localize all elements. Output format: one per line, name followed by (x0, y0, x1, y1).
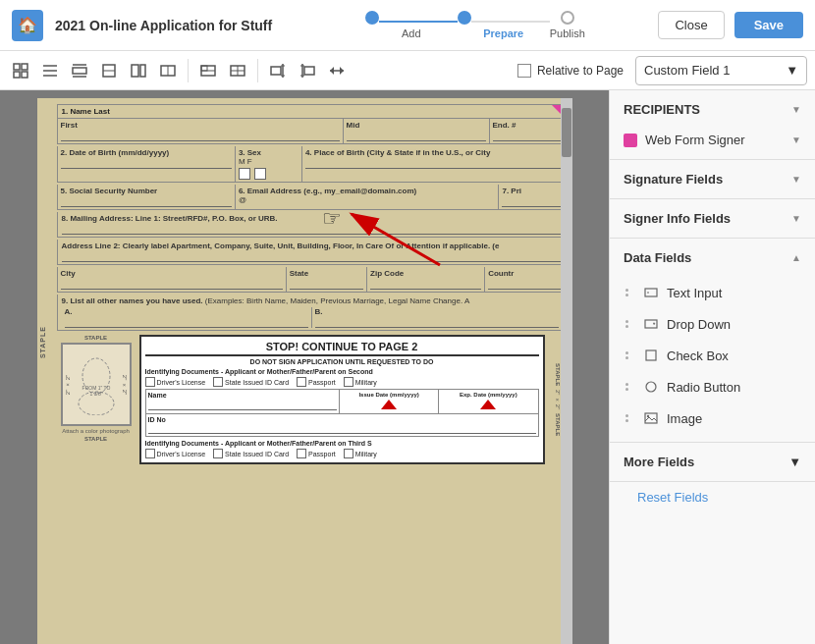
military-check[interactable]: Military (344, 377, 377, 387)
toolbar-icon-2[interactable] (37, 58, 63, 83)
close-button[interactable]: Close (658, 11, 724, 39)
state-id2-check[interactable]: State Issued ID Card (213, 449, 289, 458)
toolbar-icon-11[interactable] (324, 58, 350, 83)
first-input-field[interactable] (61, 130, 340, 141)
step-add[interactable]: Add (365, 11, 458, 39)
field-item-drop-down[interactable]: Drop Down (610, 308, 815, 340)
state-field[interactable] (290, 278, 363, 290)
recipient-item-web-form[interactable]: Web Form Signer ▼ (624, 133, 801, 147)
passport-checkbox[interactable] (297, 377, 306, 387)
at-symbol: @ (239, 195, 496, 204)
passport2-check[interactable]: Passport (297, 449, 336, 458)
address1-field[interactable] (62, 223, 562, 235)
field-item-check-box[interactable]: Check Box (610, 340, 815, 371)
custom-field-dropdown[interactable]: Custom Field 1 ▼ (635, 56, 807, 85)
address2-field[interactable] (62, 250, 562, 262)
toolbar-icon-6[interactable] (155, 58, 181, 83)
recipients-content: Web Form Signer ▼ (610, 129, 815, 159)
military-checkbox[interactable] (344, 377, 353, 387)
step-publish[interactable]: Publish (550, 11, 585, 39)
sex-m-checkbox[interactable] (239, 168, 250, 180)
b-field[interactable] (315, 316, 559, 328)
id-no-field[interactable] (148, 424, 536, 434)
military2-check[interactable]: Military (344, 449, 377, 458)
header-actions: Close Save (658, 11, 803, 39)
field-item-radio-button[interactable]: Radio Button (610, 371, 815, 402)
relative-to-page[interactable]: Relative to Page (517, 64, 624, 78)
document-area[interactable]: STAPLE STAPLE 1. Name Last First Mid (0, 90, 609, 644)
recipients-header[interactable]: RECIPIENTS ▼ (610, 90, 815, 129)
step-add-label: Add (402, 27, 421, 39)
passport2-checkbox[interactable] (297, 449, 306, 458)
middle-input-field[interactable] (347, 130, 486, 141)
svg-marker-32 (330, 67, 334, 75)
state-label: State (290, 269, 363, 278)
staple-left-label: STAPLE (84, 335, 107, 341)
svg-rect-26 (304, 67, 314, 75)
section6-label: 6. Email Address (e.g., my_email@domain.… (239, 187, 496, 195)
more-fields-header[interactable]: More Fields ▼ (610, 443, 815, 481)
drivers-license2-check[interactable]: Driver's License (145, 449, 206, 458)
toolbar-icon-10[interactable] (295, 58, 320, 83)
reset-fields-container: Reset Fields (610, 482, 815, 512)
drivers-license-check[interactable]: Driver's License (145, 377, 206, 387)
step-prepare-dot (458, 11, 471, 25)
svg-rect-13 (140, 65, 145, 77)
custom-field-label: Custom Field 1 (644, 63, 730, 78)
svg-rect-12 (132, 65, 138, 77)
dl-checkbox[interactable] (145, 377, 155, 387)
field-item-image[interactable]: Image (610, 402, 815, 434)
sex-f-checkbox[interactable] (254, 168, 266, 180)
section5-label: 5. Social Security Number (61, 187, 232, 195)
image-handle (625, 414, 635, 422)
signer-info-fields-chevron: ▼ (791, 213, 801, 224)
svg-rect-41 (645, 320, 657, 328)
toolbar-icon-5[interactable] (126, 58, 151, 83)
home-button[interactable]: 🏠 (12, 10, 43, 41)
state-id-checkbox[interactable] (213, 377, 223, 387)
military2-checkbox[interactable] (344, 449, 353, 458)
step-line-add-prepare (379, 21, 458, 23)
data-fields-header[interactable]: Data Fields ▲ (610, 239, 815, 277)
pri-field[interactable] (502, 195, 562, 207)
ssn-field[interactable] (61, 195, 232, 207)
more-fields-chevron: ▼ (788, 455, 801, 469)
state-id2-checkbox[interactable] (213, 449, 223, 458)
toolbar-icon-4[interactable] (96, 58, 122, 83)
image-icon (643, 410, 659, 426)
city-field[interactable] (61, 278, 283, 290)
toolbar-icon-7[interactable] (195, 58, 221, 83)
zip-field[interactable] (370, 278, 481, 290)
pob-field[interactable] (305, 157, 563, 169)
state-id-check[interactable]: State Issued ID Card (213, 377, 289, 387)
signer-info-fields-header[interactable]: Signer Info Fields ▼ (610, 199, 815, 238)
svg-rect-22 (271, 67, 281, 75)
exp-date-label: Exp. Date (mm/yyyy) (441, 392, 535, 398)
data-fields-section: Data Fields ▲ Text Input (610, 239, 815, 443)
a-field[interactable] (65, 316, 308, 328)
relative-to-page-checkbox[interactable] (517, 64, 531, 78)
country-label: Countr (488, 269, 562, 278)
end-input-field[interactable] (493, 130, 563, 141)
dob-field[interactable] (61, 157, 232, 169)
section7-label: 7. Pri (502, 187, 562, 195)
passport-check[interactable]: Passport (297, 377, 336, 387)
reset-fields-link[interactable]: Reset Fields (624, 486, 722, 509)
field-item-text-input[interactable]: Text Input (610, 277, 815, 308)
header: 🏠 2021 On-line Application for Stuff Add… (0, 0, 815, 51)
save-button[interactable]: Save (734, 12, 803, 38)
toolbar-icon-9[interactable] (265, 58, 291, 83)
signature-fields-header[interactable]: Signature Fields ▼ (610, 160, 815, 198)
custom-field-dropdown-arrow: ▼ (786, 63, 798, 78)
toolbar-icon-8[interactable] (225, 58, 250, 83)
svg-rect-44 (645, 413, 657, 423)
toolbar-icon-3[interactable] (67, 58, 92, 83)
name-input[interactable] (148, 399, 338, 410)
dl2-checkbox[interactable] (145, 449, 155, 458)
toolbar-icon-1[interactable] (8, 58, 33, 83)
country-field[interactable] (488, 278, 562, 290)
step-prepare[interactable]: Prepare (458, 11, 550, 39)
doc-scrollbar-thumb[interactable] (562, 108, 571, 157)
recipient-expand-chevron[interactable]: ▼ (791, 134, 801, 145)
doc-scrollbar[interactable] (561, 98, 572, 644)
